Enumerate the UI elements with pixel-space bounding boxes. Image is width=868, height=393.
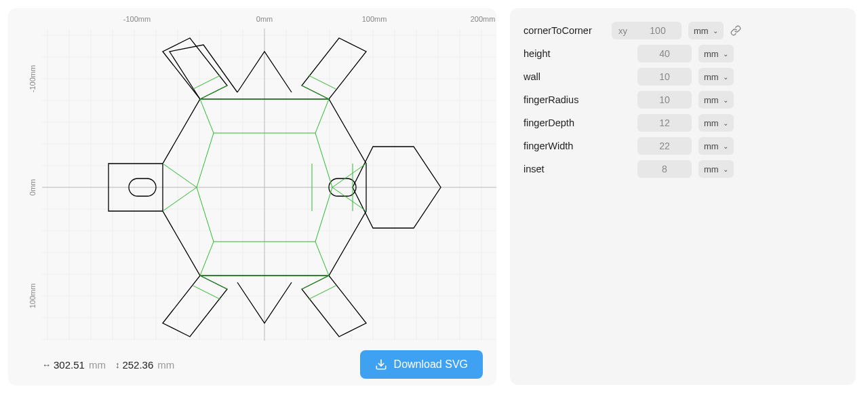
unit-select-cornerToCorner[interactable]: mm⌄ xyxy=(688,22,724,39)
unit-select-fingerWidth[interactable]: mm⌄ xyxy=(698,137,734,155)
link-icon[interactable] xyxy=(730,25,741,36)
param-label-fingerDepth: fingerDepth xyxy=(524,117,605,128)
unit-label: mm xyxy=(704,49,719,59)
ruler-y-label: 0mm xyxy=(28,179,37,195)
chevron-down-icon: ⌄ xyxy=(723,73,728,81)
param-input-fingerWidth[interactable] xyxy=(637,137,692,155)
width-arrow-icon: ↔ xyxy=(42,360,51,370)
unit-label: mm xyxy=(704,95,719,105)
ruler-y-label: 100mm xyxy=(28,284,37,309)
chevron-down-icon: ⌄ xyxy=(723,50,728,58)
svg-line-48 xyxy=(163,164,197,187)
svg-line-49 xyxy=(163,187,197,211)
param-row-inset: insetmm⌄ xyxy=(524,157,842,181)
param-label-fingerRadius: fingerRadius xyxy=(524,94,605,105)
canvas-width-unit: mm xyxy=(89,359,106,371)
param-label-fingerWidth: fingerWidth xyxy=(524,141,605,151)
svg-line-54 xyxy=(200,86,227,99)
unit-label: mm xyxy=(704,141,719,151)
canvas-panel: -100mm 0mm 100mm 200mm -100mm 0mm 100mm xyxy=(8,8,496,385)
chevron-down-icon: ⌄ xyxy=(723,166,728,173)
param-label-cornerToCorner: cornerToCorner xyxy=(524,25,605,36)
canvas-viewport[interactable]: -100mm 0mm 100mm 200mm -100mm 0mm 100mm xyxy=(8,8,496,385)
unit-label: mm xyxy=(704,118,719,128)
unit-select-height[interactable]: mm⌄ xyxy=(698,45,734,62)
param-input-inset[interactable] xyxy=(637,160,692,178)
svg-line-45 xyxy=(315,99,329,133)
unit-select-wall[interactable]: mm⌄ xyxy=(698,68,734,86)
unit-label: mm xyxy=(704,72,719,82)
param-row-height: heightmm⌄ xyxy=(524,42,842,65)
svg-line-47 xyxy=(315,242,329,276)
svg-line-58 xyxy=(200,276,227,289)
app-root: -100mm 0mm 100mm 200mm -100mm 0mm 100mm xyxy=(8,8,860,385)
param-input-cornerToCorner[interactable] xyxy=(634,22,682,39)
param-input-height[interactable] xyxy=(637,45,692,62)
svg-line-50 xyxy=(332,164,366,187)
svg-marker-37 xyxy=(163,38,227,99)
svg-marker-39 xyxy=(163,276,227,337)
svg-line-59 xyxy=(193,286,220,299)
param-row-fingerWidth: fingerWidthmm⌄ xyxy=(524,134,842,157)
chevron-down-icon: ⌄ xyxy=(723,119,728,127)
download-icon xyxy=(375,358,387,371)
ruler-x-label: -100mm xyxy=(123,15,151,23)
param-row-fingerDepth: fingerDepthmm⌄ xyxy=(524,111,842,134)
canvas-height-value: 252.36 xyxy=(122,359,153,371)
dimensions-readout: ↔ 302.51 mm ↕ 252.36 mm xyxy=(42,359,174,371)
param-row-cornerToCorner: cornerToCornerxymm⌄ xyxy=(524,19,842,42)
svg-marker-38 xyxy=(302,38,366,99)
drawing-canvas: -100mm 0mm 100mm 200mm -100mm 0mm 100mm xyxy=(8,8,496,385)
ruler-x-label: 200mm xyxy=(471,15,496,23)
ruler-y-label: -100mm xyxy=(28,65,37,92)
param-input-fingerDepth[interactable] xyxy=(637,114,692,132)
unit-select-inset[interactable]: mm⌄ xyxy=(698,160,734,178)
param-label-inset: inset xyxy=(524,164,605,174)
height-arrow-icon: ↕ xyxy=(115,360,120,370)
download-svg-label: Download SVG xyxy=(394,358,468,371)
unit-label: mm xyxy=(704,164,719,174)
unit-select-fingerDepth[interactable]: mm⌄ xyxy=(698,114,734,132)
grid-minor xyxy=(42,29,496,341)
canvas-height-unit: mm xyxy=(157,359,174,371)
param-row-wall: wallmm⌄ xyxy=(524,65,842,88)
param-label-height: height xyxy=(524,48,605,59)
params-panel: cornerToCornerxymm⌄heightmm⌄wallmm⌄finge… xyxy=(510,8,856,385)
download-svg-button[interactable]: Download SVG xyxy=(360,350,483,379)
unit-select-fingerRadius[interactable]: mm⌄ xyxy=(698,91,734,109)
param-input-fingerRadius[interactable] xyxy=(637,91,692,109)
chevron-down-icon: ⌄ xyxy=(723,96,728,104)
svg-line-60 xyxy=(302,276,329,289)
svg-line-44 xyxy=(200,99,214,133)
svg-line-61 xyxy=(309,286,336,299)
chevron-down-icon: ⌄ xyxy=(713,27,718,35)
canvas-width-value: 302.51 xyxy=(54,359,85,371)
canvas-footer: ↔ 302.51 mm ↕ 252.36 mm Download SVG xyxy=(8,344,496,385)
ruler-x-label: 0mm xyxy=(256,15,273,23)
unit-label: mm xyxy=(694,26,709,36)
svg-line-57 xyxy=(309,75,336,89)
param-row-fingerRadius: fingerRadiusmm⌄ xyxy=(524,88,842,111)
svg-line-55 xyxy=(193,75,220,89)
svg-line-51 xyxy=(332,187,366,211)
svg-marker-40 xyxy=(302,276,366,337)
grid-major xyxy=(42,29,496,341)
param-label-wall: wall xyxy=(524,71,605,82)
ruler-x-label: 100mm xyxy=(362,15,387,23)
xy-tag[interactable]: xy xyxy=(612,22,634,39)
svg-line-56 xyxy=(302,86,329,99)
svg-line-46 xyxy=(200,242,214,276)
param-input-wall[interactable] xyxy=(637,68,692,86)
chevron-down-icon: ⌄ xyxy=(723,143,728,150)
